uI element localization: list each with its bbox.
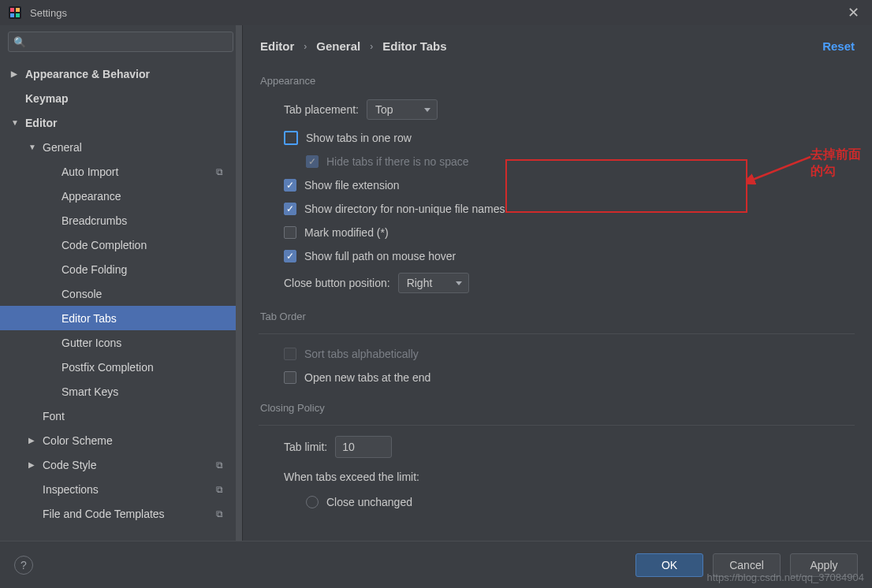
chevron-right-icon: › bbox=[370, 41, 373, 52]
sidebar-item-inspections[interactable]: Inspections⧉ bbox=[0, 477, 242, 501]
close-button-position-label: Close button position: bbox=[284, 277, 390, 289]
watermark-text: https://blog.csdn.net/qq_37084904 bbox=[707, 571, 865, 583]
sidebar-item-label: Editor Tabs bbox=[61, 312, 117, 325]
sidebar-item-label: File and Code Templates bbox=[43, 508, 165, 520]
sidebar-item-editor[interactable]: ▼Editor bbox=[0, 110, 242, 135]
sidebar-item-code-style[interactable]: ▶Code Style⧉ bbox=[0, 452, 242, 477]
breadcrumb-editor-tabs: Editor Tabs bbox=[382, 39, 446, 53]
chevron-down-icon: ▼ bbox=[11, 118, 20, 127]
checkbox-hide-tabs-no-space: ✓ bbox=[306, 155, 319, 168]
sidebar-item-smart-keys[interactable]: Smart Keys bbox=[0, 379, 242, 404]
copy-icon: ⧉ bbox=[216, 508, 223, 519]
sidebar-item-label: Code Folding bbox=[61, 263, 127, 276]
sidebar-item-label: Console bbox=[61, 288, 102, 300]
svg-rect-3 bbox=[10, 13, 14, 17]
checkbox-label: Hide tabs if there is no space bbox=[326, 155, 469, 168]
checkbox-label: Show full path on mouse hover bbox=[304, 250, 456, 262]
sidebar-item-code-completion[interactable]: Code Completion bbox=[0, 233, 242, 257]
sidebar-item-auto-import[interactable]: Auto Import⧉ bbox=[0, 159, 242, 184]
sidebar-item-color-scheme[interactable]: ▶Color Scheme bbox=[0, 428, 242, 452]
checkbox-label: Show directory for non-unique file names bbox=[304, 203, 505, 215]
sidebar-item-general[interactable]: ▼General bbox=[0, 135, 242, 159]
sidebar-item-editor-tabs[interactable]: Editor Tabs bbox=[0, 306, 242, 330]
chevron-right-icon: ▶ bbox=[28, 436, 38, 445]
sidebar-item-label: Editor bbox=[25, 117, 57, 129]
copy-icon: ⧉ bbox=[216, 484, 223, 495]
sidebar-item-code-folding[interactable]: Code Folding bbox=[0, 257, 242, 281]
sidebar-item-file-code-templates[interactable]: File and Code Templates⧉ bbox=[0, 501, 242, 526]
sidebar-item-label: General bbox=[43, 141, 82, 154]
select-value: Right bbox=[407, 277, 433, 289]
sidebar-item-keymap[interactable]: Keymap bbox=[0, 86, 242, 110]
svg-rect-1 bbox=[10, 8, 14, 12]
tab-limit-label: Tab limit: bbox=[284, 441, 327, 453]
svg-rect-2 bbox=[16, 8, 20, 12]
checkbox-open-new-tabs-end[interactable] bbox=[284, 371, 296, 384]
help-button[interactable]: ? bbox=[14, 556, 33, 575]
sidebar-item-breadcrumbs[interactable]: Breadcrumbs bbox=[0, 208, 242, 233]
sidebar-item-label: Postfix Completion bbox=[61, 361, 154, 374]
window-title: Settings bbox=[30, 7, 67, 19]
sidebar-item-gutter-icons[interactable]: Gutter Icons bbox=[0, 330, 242, 355]
sidebar: 🔍 ▶Appearance & Behavior Keymap ▼Editor … bbox=[0, 25, 243, 541]
checkbox-label: Show tabs in one row bbox=[306, 132, 412, 144]
search-icon: 🔍 bbox=[13, 36, 26, 48]
svg-rect-4 bbox=[16, 13, 20, 17]
sidebar-item-label: Font bbox=[43, 410, 65, 422]
checkbox-label: Show file extension bbox=[304, 179, 400, 192]
tab-limit-input[interactable] bbox=[335, 436, 392, 458]
sidebar-item-label: Gutter Icons bbox=[61, 337, 121, 349]
search-input[interactable]: 🔍 bbox=[8, 32, 233, 52]
sidebar-item-label: Keymap bbox=[25, 92, 68, 105]
sidebar-item-label: Inspections bbox=[43, 483, 99, 496]
breadcrumb-general[interactable]: General bbox=[316, 39, 360, 53]
sidebar-item-label: Appearance bbox=[61, 190, 121, 203]
app-icon bbox=[8, 6, 22, 20]
checkbox-show-tabs-one-row[interactable] bbox=[284, 131, 298, 145]
chevron-down-icon: ▼ bbox=[28, 143, 38, 151]
titlebar: Settings ✕ bbox=[0, 0, 872, 25]
chevron-right-icon: ▶ bbox=[28, 460, 38, 469]
copy-icon: ⧉ bbox=[216, 460, 223, 471]
sidebar-item-appearance-behavior[interactable]: ▶Appearance & Behavior bbox=[0, 61, 242, 86]
dialog-footer: ? OK Cancel Apply https://blog.csdn.net/… bbox=[0, 541, 872, 588]
sidebar-item-label: Smart Keys bbox=[61, 385, 118, 398]
sidebar-item-postfix-completion[interactable]: Postfix Completion bbox=[0, 355, 242, 379]
section-appearance: Appearance bbox=[260, 75, 855, 87]
tab-placement-select[interactable]: Top bbox=[367, 99, 438, 120]
sidebar-item-label: Code Completion bbox=[61, 239, 147, 251]
radio-label: Close unchanged bbox=[326, 496, 412, 508]
ok-button[interactable]: OK bbox=[635, 553, 703, 577]
breadcrumb: Editor › General › Editor Tabs bbox=[260, 39, 855, 53]
close-icon[interactable]: ✕ bbox=[843, 4, 864, 21]
checkbox-label: Open new tabs at the end bbox=[304, 371, 430, 384]
tab-placement-label: Tab placement: bbox=[284, 103, 359, 116]
sidebar-item-label: Code Style bbox=[43, 459, 96, 471]
checkbox-label: Mark modified (*) bbox=[304, 226, 389, 239]
copy-icon: ⧉ bbox=[216, 166, 223, 177]
reset-link[interactable]: Reset bbox=[822, 39, 855, 53]
chevron-right-icon: ▶ bbox=[11, 69, 20, 78]
breadcrumb-editor[interactable]: Editor bbox=[260, 39, 294, 53]
content-pane: Editor › General › Editor Tabs Reset App… bbox=[243, 25, 872, 541]
checkbox-show-file-extension[interactable]: ✓ bbox=[284, 179, 296, 192]
section-closing-policy: Closing Policy bbox=[260, 402, 855, 414]
select-value: Top bbox=[375, 103, 393, 116]
checkbox-mark-modified[interactable] bbox=[284, 226, 296, 239]
sidebar-item-console[interactable]: Console bbox=[0, 281, 242, 306]
radio-close-unchanged[interactable] bbox=[306, 496, 319, 508]
section-tab-order: Tab Order bbox=[260, 311, 855, 322]
annotation-text: 去掉前面的勾 bbox=[811, 147, 872, 180]
checkbox-sort-tabs bbox=[284, 348, 296, 360]
checkbox-show-directory[interactable]: ✓ bbox=[284, 203, 296, 215]
sidebar-item-label: Auto Import bbox=[61, 166, 118, 178]
main-area: 🔍 ▶Appearance & Behavior Keymap ▼Editor … bbox=[0, 25, 872, 541]
sidebar-item-font[interactable]: Font bbox=[0, 404, 242, 428]
sidebar-item-label: Breadcrumbs bbox=[61, 214, 127, 227]
sidebar-item-appearance-sub[interactable]: Appearance bbox=[0, 184, 242, 208]
checkbox-label: Sort tabs alphabetically bbox=[304, 348, 419, 360]
close-button-position-select[interactable]: Right bbox=[398, 273, 469, 293]
checkbox-show-full-path[interactable]: ✓ bbox=[284, 250, 296, 262]
sidebar-item-label: Color Scheme bbox=[43, 434, 113, 447]
chevron-right-icon: › bbox=[304, 41, 307, 52]
